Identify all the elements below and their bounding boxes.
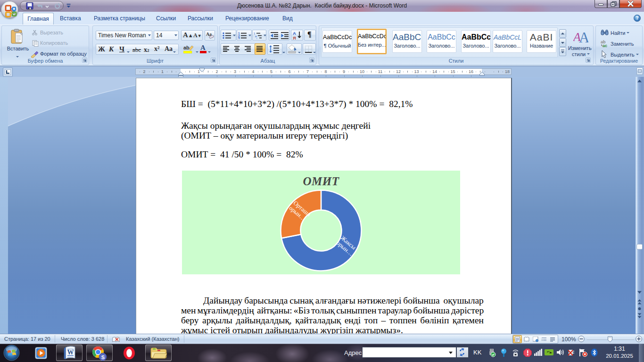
svg-text:W: W [67,349,74,356]
svg-text:Я: Я [293,35,296,41]
svg-text:ab: ab [183,45,190,50]
svg-text:A: A [579,29,588,43]
svg-text:3: 3 [238,37,240,40]
svg-text:S: S [101,354,105,360]
svg-text:i: i [256,37,257,40]
svg-text:ac: ac [603,43,607,47]
